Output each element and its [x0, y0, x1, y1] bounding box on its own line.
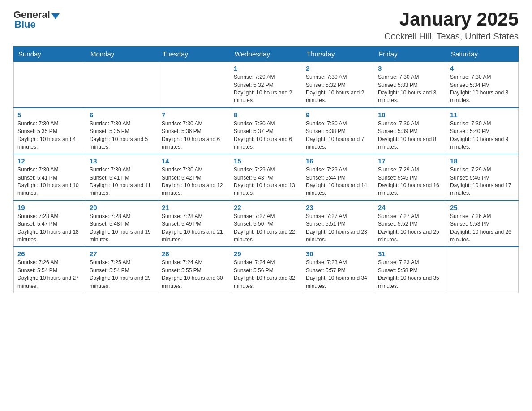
day-number: 29	[234, 250, 298, 257]
day-details: Sunrise: 7:30 AMSunset: 5:39 PMDaylight:…	[378, 120, 442, 151]
day-number: 14	[162, 157, 226, 165]
day-details: Sunrise: 7:30 AMSunset: 5:36 PMDaylight:…	[162, 120, 226, 151]
calendar-cell: 28Sunrise: 7:24 AMSunset: 5:55 PMDayligh…	[158, 247, 230, 293]
day-number: 16	[306, 157, 370, 165]
day-details: Sunrise: 7:30 AMSunset: 5:37 PMDaylight:…	[234, 120, 298, 151]
calendar-cell: 5Sunrise: 7:30 AMSunset: 5:35 PMDaylight…	[14, 108, 86, 154]
day-number: 9	[306, 111, 370, 119]
day-details: Sunrise: 7:26 AMSunset: 5:54 PMDaylight:…	[17, 259, 82, 290]
day-details: Sunrise: 7:29 AMSunset: 5:43 PMDaylight:…	[234, 166, 298, 197]
calendar-header: SundayMondayTuesdayWednesdayThursdayFrid…	[14, 47, 519, 62]
day-number: 26	[17, 250, 82, 257]
day-details: Sunrise: 7:25 AMSunset: 5:54 PMDaylight:…	[90, 259, 154, 290]
day-details: Sunrise: 7:24 AMSunset: 5:55 PMDaylight:…	[162, 259, 226, 290]
day-details: Sunrise: 7:30 AMSunset: 5:42 PMDaylight:…	[162, 166, 226, 197]
calendar-week-row: 5Sunrise: 7:30 AMSunset: 5:35 PMDaylight…	[14, 108, 519, 154]
calendar-cell: 14Sunrise: 7:30 AMSunset: 5:42 PMDayligh…	[158, 154, 230, 201]
calendar-cell: 18Sunrise: 7:29 AMSunset: 5:46 PMDayligh…	[446, 154, 519, 201]
calendar-cell: 10Sunrise: 7:30 AMSunset: 5:39 PMDayligh…	[374, 108, 446, 154]
day-number: 30	[306, 250, 370, 257]
calendar-cell: 24Sunrise: 7:27 AMSunset: 5:52 PMDayligh…	[374, 201, 446, 247]
calendar-header-cell-monday: Monday	[86, 47, 158, 62]
day-number: 1	[234, 64, 298, 72]
calendar-cell: 9Sunrise: 7:30 AMSunset: 5:38 PMDaylight…	[302, 108, 374, 154]
day-number: 13	[90, 157, 154, 165]
day-number: 7	[162, 111, 226, 119]
day-details: Sunrise: 7:24 AMSunset: 5:56 PMDaylight:…	[234, 259, 298, 290]
page-title: January 2025	[384, 9, 519, 30]
calendar-cell: 30Sunrise: 7:23 AMSunset: 5:57 PMDayligh…	[302, 247, 374, 293]
day-number: 28	[162, 250, 226, 257]
day-number: 2	[306, 64, 370, 72]
calendar-week-row: 26Sunrise: 7:26 AMSunset: 5:54 PMDayligh…	[14, 247, 519, 293]
calendar-header-cell-tuesday: Tuesday	[158, 47, 230, 62]
calendar-cell: 21Sunrise: 7:28 AMSunset: 5:49 PMDayligh…	[158, 201, 230, 247]
calendar-cell	[158, 62, 230, 108]
calendar-cell: 29Sunrise: 7:24 AMSunset: 5:56 PMDayligh…	[230, 247, 302, 293]
calendar-cell: 25Sunrise: 7:26 AMSunset: 5:53 PMDayligh…	[446, 201, 519, 247]
calendar-cell: 1Sunrise: 7:29 AMSunset: 5:32 PMDaylight…	[230, 62, 302, 108]
day-number: 3	[378, 64, 442, 72]
calendar-week-row: 1Sunrise: 7:29 AMSunset: 5:32 PMDaylight…	[14, 62, 519, 108]
calendar-header-cell-saturday: Saturday	[446, 47, 519, 62]
day-details: Sunrise: 7:28 AMSunset: 5:48 PMDaylight:…	[90, 213, 154, 244]
day-number: 8	[234, 111, 298, 119]
day-number: 17	[378, 157, 442, 165]
day-number: 5	[17, 111, 82, 119]
day-details: Sunrise: 7:29 AMSunset: 5:32 PMDaylight:…	[234, 73, 298, 105]
calendar-cell: 17Sunrise: 7:29 AMSunset: 5:45 PMDayligh…	[374, 154, 446, 201]
calendar-cell: 6Sunrise: 7:30 AMSunset: 5:35 PMDaylight…	[86, 108, 158, 154]
day-details: Sunrise: 7:30 AMSunset: 5:41 PMDaylight:…	[90, 166, 154, 197]
calendar-cell: 22Sunrise: 7:27 AMSunset: 5:50 PMDayligh…	[230, 201, 302, 247]
page-header: General Blue January 2025 Cockrell Hill,…	[13, 9, 519, 42]
day-number: 18	[450, 157, 515, 165]
day-details: Sunrise: 7:29 AMSunset: 5:44 PMDaylight:…	[306, 166, 370, 197]
day-number: 22	[234, 204, 298, 211]
day-number: 11	[450, 111, 515, 119]
calendar-cell: 19Sunrise: 7:28 AMSunset: 5:47 PMDayligh…	[14, 201, 86, 247]
calendar-cell: 31Sunrise: 7:23 AMSunset: 5:58 PMDayligh…	[374, 247, 446, 293]
day-details: Sunrise: 7:30 AMSunset: 5:41 PMDaylight:…	[17, 166, 82, 197]
day-details: Sunrise: 7:30 AMSunset: 5:38 PMDaylight:…	[306, 120, 370, 151]
day-details: Sunrise: 7:27 AMSunset: 5:50 PMDaylight:…	[234, 213, 298, 244]
calendar-cell: 11Sunrise: 7:30 AMSunset: 5:40 PMDayligh…	[446, 108, 519, 154]
calendar-cell	[14, 62, 86, 108]
day-details: Sunrise: 7:30 AMSunset: 5:32 PMDaylight:…	[306, 73, 370, 105]
day-details: Sunrise: 7:30 AMSunset: 5:35 PMDaylight:…	[90, 120, 154, 151]
day-details: Sunrise: 7:28 AMSunset: 5:47 PMDaylight:…	[17, 213, 82, 244]
calendar-cell: 3Sunrise: 7:30 AMSunset: 5:33 PMDaylight…	[374, 62, 446, 108]
calendar-cell	[446, 247, 519, 293]
day-details: Sunrise: 7:23 AMSunset: 5:58 PMDaylight:…	[378, 259, 442, 290]
calendar-header-cell-thursday: Thursday	[302, 47, 374, 62]
day-number: 31	[378, 250, 442, 257]
day-details: Sunrise: 7:27 AMSunset: 5:52 PMDaylight:…	[378, 213, 442, 244]
day-details: Sunrise: 7:27 AMSunset: 5:51 PMDaylight:…	[306, 213, 370, 244]
day-number: 27	[90, 250, 154, 257]
calendar-cell: 15Sunrise: 7:29 AMSunset: 5:43 PMDayligh…	[230, 154, 302, 201]
calendar-body: 1Sunrise: 7:29 AMSunset: 5:32 PMDaylight…	[14, 62, 519, 293]
calendar-week-row: 19Sunrise: 7:28 AMSunset: 5:47 PMDayligh…	[14, 201, 519, 247]
day-details: Sunrise: 7:29 AMSunset: 5:45 PMDaylight:…	[378, 166, 442, 197]
day-number: 23	[306, 204, 370, 211]
calendar-header-row: SundayMondayTuesdayWednesdayThursdayFrid…	[14, 47, 519, 62]
day-details: Sunrise: 7:30 AMSunset: 5:35 PMDaylight:…	[17, 120, 82, 151]
calendar-cell: 4Sunrise: 7:30 AMSunset: 5:34 PMDaylight…	[446, 62, 519, 108]
calendar-cell: 2Sunrise: 7:30 AMSunset: 5:32 PMDaylight…	[302, 62, 374, 108]
title-block: January 2025 Cockrell Hill, Texas, Unite…	[384, 9, 519, 42]
day-number: 24	[378, 204, 442, 211]
calendar-header-cell-friday: Friday	[374, 47, 446, 62]
day-number: 20	[90, 204, 154, 211]
calendar-cell: 13Sunrise: 7:30 AMSunset: 5:41 PMDayligh…	[86, 154, 158, 201]
day-number: 4	[450, 64, 515, 72]
calendar-header-cell-wednesday: Wednesday	[230, 47, 302, 62]
calendar-cell: 8Sunrise: 7:30 AMSunset: 5:37 PMDaylight…	[230, 108, 302, 154]
calendar-cell: 27Sunrise: 7:25 AMSunset: 5:54 PMDayligh…	[86, 247, 158, 293]
calendar-cell: 23Sunrise: 7:27 AMSunset: 5:51 PMDayligh…	[302, 201, 374, 247]
day-number: 12	[17, 157, 82, 165]
calendar-cell: 26Sunrise: 7:26 AMSunset: 5:54 PMDayligh…	[14, 247, 86, 293]
day-number: 6	[90, 111, 154, 119]
calendar-cell: 20Sunrise: 7:28 AMSunset: 5:48 PMDayligh…	[86, 201, 158, 247]
calendar-table: SundayMondayTuesdayWednesdayThursdayFrid…	[13, 46, 519, 293]
calendar-cell: 16Sunrise: 7:29 AMSunset: 5:44 PMDayligh…	[302, 154, 374, 201]
logo-arrow-icon	[51, 13, 60, 19]
